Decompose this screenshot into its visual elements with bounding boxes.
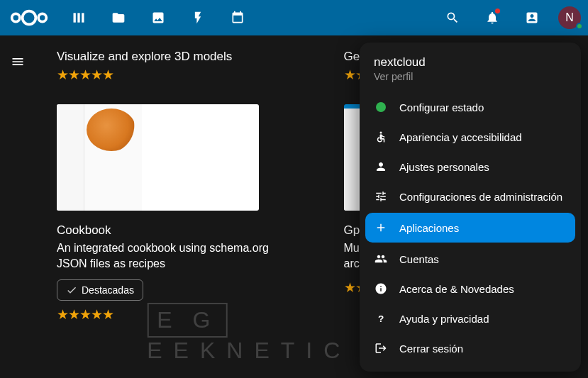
menu-item-logout[interactable]: Cerrar sesión bbox=[360, 333, 581, 363]
svg-point-6 bbox=[380, 132, 382, 134]
svg-point-2 bbox=[38, 13, 46, 21]
svg-point-0 bbox=[23, 11, 36, 25]
dropdown-subtitle: Ver perfil bbox=[374, 71, 567, 82]
menu-item-group[interactable]: Cuentas bbox=[360, 244, 581, 274]
menu-item-label: Ayuda y privacidad bbox=[399, 313, 489, 325]
avatar-initial: N bbox=[565, 11, 574, 24]
svg-point-1 bbox=[12, 13, 20, 21]
photos-icon[interactable] bbox=[140, 0, 176, 35]
nextcloud-logo[interactable] bbox=[7, 6, 51, 29]
dropdown-header[interactable]: nextcloud Ver perfil bbox=[360, 51, 581, 92]
menu-item-label: Ajustes personales bbox=[399, 161, 489, 173]
plus-icon bbox=[374, 221, 388, 235]
menu-item-label: Apariencia y accesibilidad bbox=[399, 131, 522, 143]
menu-item-label: Cuentas bbox=[399, 253, 439, 265]
logout-icon bbox=[374, 341, 388, 355]
menu-item-person[interactable]: Ajustes personales bbox=[360, 152, 581, 182]
group-icon bbox=[374, 252, 388, 266]
check-icon bbox=[66, 284, 77, 296]
app-screenshot[interactable] bbox=[57, 104, 259, 211]
menu-item-accessibility[interactable]: Apariencia y accesibilidad bbox=[360, 122, 581, 152]
badge-label: Destacadas bbox=[82, 284, 134, 296]
app-description: An integrated cookbook using schema.org … bbox=[57, 240, 273, 272]
dashboard-icon[interactable] bbox=[61, 0, 96, 35]
menu-item-label: Configurar estado bbox=[399, 101, 484, 113]
rating-stars: ★★★★★ bbox=[57, 306, 273, 323]
featured-badge: Destacadas bbox=[57, 279, 143, 301]
svg-rect-4 bbox=[77, 13, 79, 22]
notification-badge bbox=[495, 9, 500, 13]
app-title[interactable]: Visualize and explore 3D models bbox=[57, 50, 273, 64]
menu-item-label: Acerca de & Novedades bbox=[399, 283, 514, 295]
menu-item-label: Aplicaciones bbox=[399, 222, 459, 234]
activity-icon[interactable] bbox=[180, 0, 216, 35]
status-indicator-icon bbox=[576, 23, 583, 30]
search-icon[interactable] bbox=[435, 0, 470, 35]
status-icon bbox=[374, 100, 388, 114]
app-column-left: Visualize and explore 3D models ★★★★★ Co… bbox=[57, 50, 273, 337]
svg-rect-5 bbox=[82, 13, 84, 22]
menu-toggle-icon[interactable] bbox=[6, 50, 30, 74]
svg-rect-3 bbox=[74, 13, 76, 22]
files-icon[interactable] bbox=[101, 0, 136, 35]
rating-stars: ★★★★★ bbox=[57, 67, 273, 83]
menu-item-plus[interactable]: Aplicaciones bbox=[365, 213, 575, 243]
info-icon bbox=[374, 282, 388, 296]
notifications-icon[interactable] bbox=[475, 0, 510, 35]
topbar: N bbox=[0, 0, 588, 35]
app-title[interactable]: Cookbook bbox=[57, 223, 273, 238]
dropdown-username: nextcloud bbox=[374, 55, 567, 70]
menu-item-tune[interactable]: Configuraciones de administración bbox=[360, 182, 581, 211]
help-icon: ? bbox=[374, 311, 388, 326]
accessibility-icon bbox=[374, 130, 388, 144]
menu-item-help[interactable]: ?Ayuda y privacidad bbox=[360, 304, 581, 333]
calendar-icon[interactable] bbox=[220, 0, 255, 35]
menu-item-label: Configuraciones de administración bbox=[399, 191, 562, 203]
person-icon bbox=[374, 160, 388, 174]
svg-text:?: ? bbox=[378, 313, 384, 324]
menu-item-info[interactable]: Acerca de & Novedades bbox=[360, 274, 581, 304]
avatar[interactable]: N bbox=[558, 6, 581, 29]
menu-item-status[interactable]: Configurar estado bbox=[360, 92, 581, 122]
contacts-icon[interactable] bbox=[514, 0, 550, 35]
menu-item-label: Cerrar sesión bbox=[399, 343, 463, 355]
tune-icon bbox=[374, 189, 388, 204]
user-menu-dropdown: nextcloud Ver perfil Configurar estadoAp… bbox=[360, 43, 581, 372]
